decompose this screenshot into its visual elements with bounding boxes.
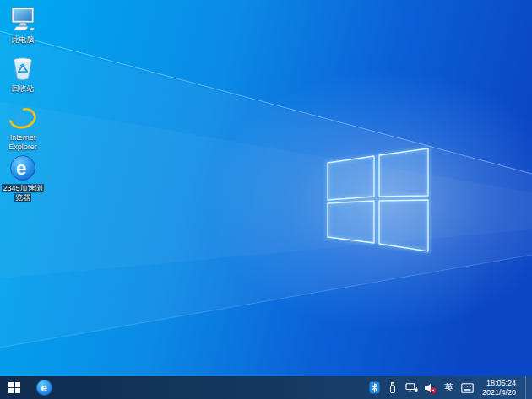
desktop-icon-this-pc[interactable]: 此电脑 bbox=[0, 5, 50, 45]
this-pc-icon bbox=[8, 5, 37, 34]
recycle-bin-icon bbox=[8, 54, 37, 83]
tray-time: 18:05:24 bbox=[482, 379, 516, 388]
usb-device-icon[interactable] bbox=[387, 376, 399, 399]
tray-clock[interactable]: 18:05:24 2021/4/20 bbox=[480, 379, 519, 396]
wallpaper-image bbox=[0, 0, 532, 399]
icon-label: 回收站 bbox=[0, 84, 47, 94]
2345-browser-icon: e bbox=[8, 154, 37, 182]
bluetooth-icon[interactable] bbox=[368, 376, 381, 399]
desktop-icon-2345-browser[interactable]: e 2345加速浏览器 bbox=[0, 154, 50, 202]
icon-label: 此电脑 bbox=[0, 35, 47, 45]
language-indicator[interactable]: 英 bbox=[442, 376, 455, 399]
browser-e-icon: e bbox=[36, 380, 52, 396]
taskbar: e bbox=[0, 376, 532, 399]
desktop-icon-recycle-bin[interactable]: 回收站 bbox=[0, 54, 50, 94]
desktop[interactable]: 此电脑 回收站 e Internet Explorer e bbox=[0, 0, 532, 399]
volume-muted-icon[interactable] bbox=[424, 376, 437, 399]
system-tray: 英 18:05:24 2021/4/20 bbox=[368, 376, 532, 399]
start-button[interactable] bbox=[0, 376, 29, 399]
svg-text:e: e bbox=[16, 158, 26, 179]
icon-label: Internet Explorer bbox=[0, 133, 47, 152]
show-desktop-button[interactable] bbox=[525, 376, 530, 399]
desktop-icon-internet-explorer[interactable]: e Internet Explorer bbox=[0, 103, 50, 152]
icon-label: 2345加速浏览器 bbox=[2, 184, 44, 202]
windows-start-icon bbox=[8, 382, 20, 394]
network-icon[interactable] bbox=[405, 376, 418, 399]
internet-explorer-icon: e bbox=[8, 103, 37, 132]
ime-keyboard-icon[interactable] bbox=[461, 376, 474, 399]
taskbar-app-2345-browser[interactable]: e bbox=[29, 376, 59, 399]
tray-date: 2021/4/20 bbox=[482, 388, 516, 397]
